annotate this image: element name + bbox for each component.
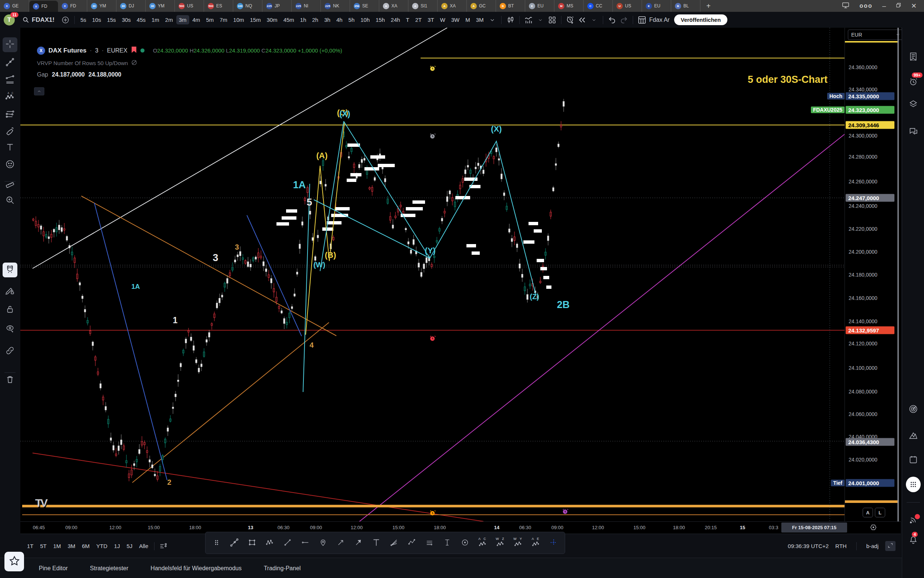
wave-label-5[interactable]: 5	[306, 197, 312, 208]
lock-tool[interactable]	[3, 302, 17, 317]
arrow-favorite[interactable]	[333, 535, 349, 551]
range-alle[interactable]: Alle	[136, 541, 151, 550]
elliott-wave-tool[interactable]: AC	[3, 89, 17, 104]
timeframe-15m[interactable]: 15m	[247, 15, 263, 24]
price-axis[interactable]: EUR24.360,000024.340,000024.300,000024.2…	[845, 28, 901, 521]
wave-favorite[interactable]: W Z	[492, 535, 508, 551]
wave-label-2b[interactable]: 2B	[557, 299, 570, 311]
browser-tab-eu-22[interactable]: EEU	[642, 0, 671, 12]
wave-label-1a[interactable]: 1A	[131, 283, 140, 291]
goto-date-icon[interactable]	[157, 540, 169, 552]
range-3m[interactable]: 3M	[65, 541, 78, 550]
object-tree-button[interactable]	[906, 97, 921, 112]
indicators-icon[interactable]	[523, 14, 534, 26]
link-tool[interactable]	[3, 344, 17, 359]
wave-label-1[interactable]: 1	[173, 315, 178, 325]
range-5j[interactable]: 5J	[123, 541, 135, 550]
browser-tab-fd-1[interactable]: XFD	[29, 1, 58, 12]
timeframe-1h[interactable]: 1h	[298, 15, 309, 24]
fan-lines-favorite[interactable]	[386, 535, 402, 551]
wave-label-w[interactable]: (W)	[314, 261, 325, 269]
browser-tab-xa-13[interactable]: AXA	[379, 0, 408, 12]
drag-handle-favorite[interactable]	[209, 535, 225, 551]
symbol-search[interactable]: FDAX1!	[32, 16, 54, 24]
wave-label-x[interactable]: (X)	[491, 124, 502, 134]
indicator-label[interactable]: VRVP Number Of Rows 50 Up/Down	[37, 60, 128, 66]
range-ytd[interactable]: YTD	[94, 541, 110, 550]
wave-label-x[interactable]: (X)	[339, 109, 350, 119]
chat-button[interactable]	[906, 125, 921, 140]
text-tool-favorite[interactable]	[368, 535, 384, 551]
browser-tab-bl-23[interactable]: BBL	[671, 0, 701, 12]
browser-tab-si1-14[interactable]: ASI1	[408, 0, 438, 12]
wave-label-1a[interactable]: 1A	[293, 179, 306, 191]
brush-tool[interactable]	[3, 125, 17, 140]
wave-label-z[interactable]: (Z)	[530, 292, 539, 301]
timeframe-24h[interactable]: 24h	[388, 15, 403, 24]
timeframe-5s[interactable]: 5s	[78, 15, 89, 24]
text-tool-tool[interactable]	[3, 141, 17, 155]
vertical-text-favorite[interactable]	[439, 535, 455, 551]
timeframe-4m[interactable]: 4m	[190, 15, 203, 24]
replay-chevron-icon[interactable]	[588, 14, 600, 26]
browser-tab-cc-20[interactable]: CCC	[584, 0, 613, 12]
search-icon[interactable]	[20, 14, 32, 26]
chart-pane[interactable]: X DAX Futures · 3 · EUREX O24.320,0000 H…	[20, 28, 845, 521]
parallel-lines-favorite[interactable]	[421, 535, 438, 551]
timeframe-7m[interactable]: 7m	[217, 15, 230, 24]
footer-tab-3[interactable]: Handelsfeld für Wiedergabemodus	[150, 565, 241, 572]
timeframe-4h[interactable]: 4h	[334, 15, 345, 24]
timeframe-3T[interactable]: 3T	[425, 15, 437, 24]
chevron-down-icon[interactable]	[486, 14, 498, 26]
footer-tab-2[interactable]: Strategietester	[90, 565, 128, 572]
wave-label-y[interactable]: (Y)	[425, 246, 435, 255]
timeframe-15s[interactable]: 15s	[104, 15, 118, 24]
timeframe-M[interactable]: M	[463, 15, 473, 24]
timeframe-3h[interactable]: 3h	[322, 15, 333, 24]
wave-favorite[interactable]: W Y	[510, 535, 526, 551]
market-status-dot[interactable]	[141, 49, 144, 52]
browser-tab-nk-11[interactable]: 225NK	[321, 0, 350, 12]
ideas-button[interactable]	[906, 429, 921, 444]
publish-button[interactable]: Veröffentlichen	[674, 15, 727, 25]
wave-label-2[interactable]: 2	[167, 478, 171, 487]
timeframe-30m[interactable]: 30m	[264, 15, 280, 24]
axis-button-a[interactable]: A	[863, 508, 873, 517]
timeframe-2T[interactable]: 2T	[413, 15, 425, 24]
alert-create-icon[interactable]	[565, 14, 576, 26]
circle-dot-favorite[interactable]	[457, 535, 473, 551]
dashed-cross-favorite[interactable]	[545, 535, 562, 551]
browser-tab-eu-18[interactable]: EEU	[525, 0, 554, 12]
timeframe-2h[interactable]: 2h	[310, 15, 321, 24]
horizontal-ray-favorite[interactable]	[297, 535, 314, 551]
browser-tab-ge-0[interactable]: XGE	[0, 0, 29, 12]
timeframe-2m[interactable]: 2m	[163, 15, 176, 24]
fib-retracement-tool[interactable]	[3, 73, 17, 88]
browser-tab-ni-10[interactable]: 225NI	[291, 0, 321, 12]
browser-tab-xa-15[interactable]: AXA	[438, 0, 467, 12]
indicator-hide-icon[interactable]	[131, 59, 138, 67]
tradingview-logo[interactable]: TV	[35, 497, 48, 509]
patterns-tool[interactable]	[3, 107, 17, 122]
timeframe-3M[interactable]: 3M	[473, 15, 486, 24]
crosshair-tool[interactable]	[3, 37, 17, 52]
watchlist-button[interactable]	[906, 50, 921, 65]
alert-marker-icon[interactable]	[429, 510, 436, 516]
apps-grid-button[interactable]	[906, 477, 921, 492]
clock-utc[interactable]: 09:36:39 UTC+2	[788, 543, 829, 549]
timeframe-10h[interactable]: 10h	[358, 15, 372, 24]
candlestick-style-icon[interactable]	[505, 14, 516, 26]
browser-tab-us-21[interactable]: UUS	[613, 0, 642, 12]
timeframe-W[interactable]: W	[438, 15, 448, 24]
wave-label-a[interactable]: (A)	[316, 151, 328, 161]
currency-selector[interactable]: EUR	[848, 29, 903, 40]
emoji-tool[interactable]	[3, 157, 17, 172]
layout-name[interactable]: Fdax Ar	[649, 17, 670, 23]
range-6m[interactable]: 6M	[79, 541, 93, 550]
timeframe-T[interactable]: T	[403, 15, 412, 24]
chart-title[interactable]: DAX Futures	[49, 47, 86, 54]
browser-tab-es-7[interactable]: 500ES	[204, 0, 233, 12]
redo-icon[interactable]	[618, 14, 630, 26]
wave-favorite[interactable]: A C	[474, 535, 491, 551]
favorites-star-button[interactable]	[5, 552, 24, 572]
